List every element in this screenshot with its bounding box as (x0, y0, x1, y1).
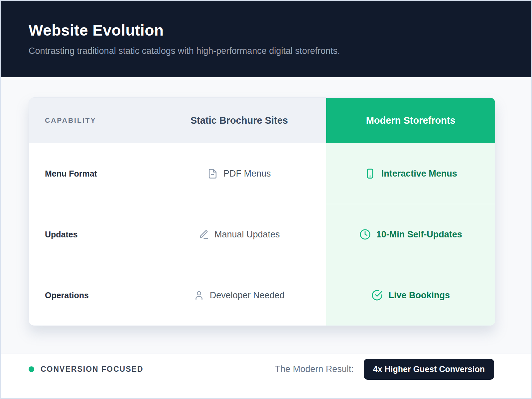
check-circle-icon (371, 290, 383, 301)
table-cell-modern-updates: 10-Min Self-Updates (326, 204, 495, 265)
column-header-modern-storefronts: Modern Storefronts (326, 98, 495, 143)
page-header: Website Evolution Contrasting traditiona… (1, 1, 531, 77)
modern-value-label: Live Bookings (388, 290, 450, 301)
comparison-table: CAPABILITY Static Brochure Sites Modern … (29, 97, 495, 326)
table-cell-modern-operations: Live Bookings (326, 265, 495, 326)
page-title: Website Evolution (29, 21, 503, 39)
status-group: CONVERSION FOCUSED (29, 365, 143, 374)
column-header-capability: CAPABILITY (29, 98, 152, 143)
static-value-label: Developer Needed (210, 290, 285, 301)
static-value-label: PDF Menus (223, 169, 271, 179)
table-cell-static-updates: Manual Updates (152, 204, 326, 265)
result-label: The Modern Result: (275, 364, 354, 374)
main-area: CAPABILITY Static Brochure Sites Modern … (1, 77, 531, 353)
row-label-menu-format: Menu Format (29, 143, 152, 204)
file-minus-icon (207, 169, 218, 179)
page-footer: CONVERSION FOCUSED The Modern Result: 4x… (1, 353, 531, 398)
result-badge: 4x Higher Guest Conversion (364, 359, 494, 380)
table-cell-static-menu-format: PDF Menus (152, 143, 326, 204)
green-dot-icon (29, 366, 34, 372)
clock-icon (359, 229, 371, 240)
modern-value-label: Interactive Menus (381, 169, 457, 179)
row-label-operations: Operations (29, 265, 152, 326)
modern-value-label: 10-Min Self-Updates (376, 229, 462, 240)
page-subtitle: Contrasting traditional static catalogs … (29, 46, 503, 56)
table-cell-modern-menu-format: Interactive Menus (326, 143, 495, 204)
pen-line-icon (199, 229, 209, 240)
status-badge: CONVERSION FOCUSED (41, 365, 143, 374)
table-cell-static-operations: Developer Needed (152, 265, 326, 326)
result-group: The Modern Result: 4x Higher Guest Conve… (275, 359, 494, 380)
smartphone-icon (364, 168, 376, 179)
column-header-static-sites: Static Brochure Sites (152, 98, 326, 143)
static-value-label: Manual Updates (214, 229, 280, 240)
row-label-updates: Updates (29, 204, 152, 265)
user-icon (194, 290, 204, 301)
